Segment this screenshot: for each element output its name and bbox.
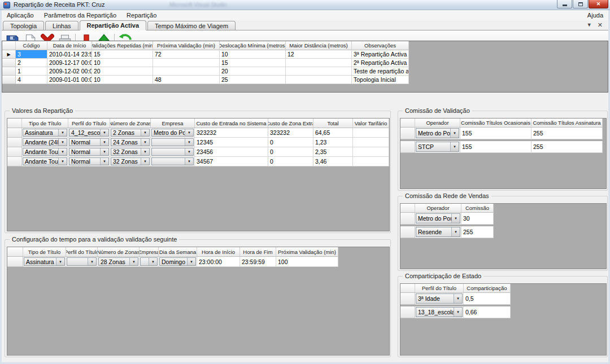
combo-dropdown-icon[interactable]: ▼ — [100, 158, 108, 165]
grid-cell[interactable]: 2 Zonas▼ — [110, 128, 151, 138]
combo-box[interactable]: ▼ — [67, 257, 97, 266]
column-header[interactable]: Hora de Início — [197, 247, 240, 257]
tab-close-icon[interactable]: ✕ — [598, 22, 603, 28]
combo-box[interactable]: Domingo▼ — [159, 257, 196, 266]
grid-cell[interactable]: 10 — [92, 59, 153, 67]
grid-cell[interactable]: Andante (24h)▼ — [22, 138, 68, 147]
row-header-stub[interactable] — [400, 119, 415, 128]
grid-cell[interactable]: 323232 — [195, 128, 268, 138]
combo-dropdown-icon[interactable]: ▼ — [88, 258, 96, 265]
grid-cell[interactable]: 2009-12-17 00:00:00 — [47, 59, 92, 67]
column-header[interactable]: Hora de Fim — [240, 247, 276, 257]
grid-cell[interactable]: 15 — [220, 59, 286, 67]
combo-box[interactable]: 24 Zonas▼ — [111, 138, 150, 146]
combo-box[interactable]: Normal▼ — [69, 157, 109, 165]
row-header-stub[interactable] — [400, 284, 415, 293]
combo-box[interactable]: Andante Tour-3▼ — [23, 157, 67, 165]
grid-cell[interactable]: ▼ — [66, 257, 98, 267]
grid-cell[interactable]: 0,5 — [464, 293, 511, 305]
grid-cell[interactable]: 0,66 — [464, 306, 511, 318]
tab-topologia[interactable]: Topologia — [3, 21, 44, 30]
grid-cell[interactable]: ▼ — [140, 257, 159, 267]
grid-cell[interactable]: 20 — [92, 67, 153, 76]
combo-dropdown-icon[interactable]: ▼ — [451, 227, 460, 236]
grid-cell[interactable]: 34567 — [195, 157, 268, 166]
grid-cell[interactable]: Normal▼ — [68, 157, 110, 166]
row-header-stub[interactable] — [7, 247, 23, 257]
combo-dropdown-icon[interactable]: ▼ — [129, 258, 138, 265]
combo-box[interactable]: Andante Tour-1▼ — [23, 148, 67, 156]
column-header[interactable]: Número de Zonas — [98, 247, 140, 257]
column-header[interactable]: Deslocação Mínima (metros) — [220, 41, 286, 50]
column-header[interactable]: Próxima Validação (min) — [276, 247, 338, 257]
grid-cell[interactable]: STCP▼ — [415, 141, 460, 153]
combo-box[interactable]: 3ª Idade▼ — [416, 293, 463, 304]
grid-cell[interactable]: 4_12_escola.tp▼ — [68, 128, 110, 138]
grid-cell[interactable]: Teste de repartição activa — [352, 67, 409, 76]
grid-cell[interactable] — [353, 138, 389, 147]
row-header-stub[interactable] — [7, 119, 22, 128]
column-header[interactable]: Observações — [352, 41, 409, 50]
combo-box[interactable]: Normal▼ — [69, 148, 109, 156]
column-header[interactable]: Custo de Entrada no Sistema — [195, 119, 268, 128]
combo-dropdown-icon[interactable]: ▼ — [141, 148, 149, 155]
combo-dropdown-icon[interactable]: ▼ — [56, 258, 64, 265]
combo-box[interactable]: Metro do Porto▼ — [416, 213, 460, 223]
grid-cell[interactable]: 20 — [220, 67, 286, 76]
grid-cell[interactable]: Metro do Porto▼ — [415, 128, 460, 139]
grid-cell[interactable]: 15 — [92, 50, 153, 59]
menu-ajuda[interactable]: Ajuda — [582, 11, 608, 20]
grid-cell[interactable]: 12 — [286, 50, 352, 59]
row-header[interactable] — [400, 306, 415, 318]
grid-cell[interactable]: 13_18_escola.tp▼ — [415, 306, 464, 318]
grid-cell[interactable]: 10 — [92, 76, 153, 84]
grid-cell[interactable]: 255 — [531, 128, 603, 139]
column-header[interactable]: Perfil do Título — [66, 247, 98, 257]
grid-cell[interactable]: 2009-01-01 00:00:00 — [47, 76, 92, 84]
grid-cell[interactable]: 4 — [16, 76, 47, 84]
row-header[interactable] — [7, 157, 22, 166]
grid-cell[interactable]: 3 — [16, 50, 47, 59]
column-header[interactable]: Tipo de Título — [22, 119, 68, 128]
grid-cell[interactable] — [353, 147, 389, 157]
grid-cell[interactable]: 72 — [153, 50, 220, 59]
close-button[interactable]: ✕ — [589, 0, 608, 8]
column-header[interactable]: Dia da Semana — [159, 247, 197, 257]
combo-dropdown-icon[interactable]: ▼ — [100, 148, 108, 155]
tab-list-dropdown-icon[interactable]: ▼ — [587, 23, 592, 28]
combo-box[interactable]: Normal▼ — [69, 138, 109, 146]
grid-cell[interactable]: 32 Zonas▼ — [110, 157, 151, 166]
grid-cell[interactable]: 30 — [461, 213, 494, 225]
row-header[interactable] — [400, 293, 415, 305]
column-header[interactable]: Comparticipação — [464, 284, 511, 293]
combo-box[interactable]: 2 Zonas▼ — [111, 129, 150, 137]
combo-dropdown-icon[interactable]: ▼ — [450, 129, 459, 138]
grid-cell[interactable]: 0 — [268, 147, 313, 157]
column-header[interactable]: Perfil do Título — [415, 284, 464, 293]
column-header[interactable]: Empresa — [140, 247, 159, 257]
grid-cell[interactable]: 255 — [531, 141, 603, 153]
combo-dropdown-icon[interactable]: ▼ — [450, 142, 459, 151]
combo-box[interactable]: 13_18_escola.tp▼ — [416, 307, 463, 317]
column-header[interactable]: Validações Repetidas (min) — [92, 41, 153, 50]
grid-cell[interactable]: Topologia Inicial — [352, 76, 409, 84]
tab-reparticao-activa[interactable]: Repartição Activa — [80, 20, 147, 30]
grid-cell[interactable]: Normal▼ — [68, 138, 110, 147]
row-header[interactable]: ▶ — [2, 50, 16, 59]
combo-dropdown-icon[interactable]: ▼ — [58, 148, 67, 155]
grid-cell[interactable]: 32 Zonas▼ — [110, 147, 151, 157]
grid-cell[interactable]: 23:00:00 — [197, 257, 240, 267]
grid-cell[interactable]: 1,23 — [313, 138, 353, 147]
grid-cell[interactable] — [353, 128, 389, 138]
row-header[interactable] — [400, 128, 415, 139]
grid-cell[interactable]: 48 — [153, 76, 220, 84]
grid-cell[interactable]: Andante Tour-1▼ — [22, 147, 68, 157]
grid-cell[interactable]: 2 — [16, 59, 47, 67]
grid-cell[interactable] — [153, 67, 220, 76]
combo-box[interactable]: ▼ — [151, 148, 194, 156]
combo-box[interactable]: Metro do Porto▼ — [151, 129, 194, 137]
grid-cell[interactable] — [286, 59, 352, 67]
row-header[interactable] — [2, 76, 16, 84]
grid-cell[interactable]: 10 — [220, 50, 286, 59]
grid-cell[interactable]: 23456 — [195, 147, 268, 157]
